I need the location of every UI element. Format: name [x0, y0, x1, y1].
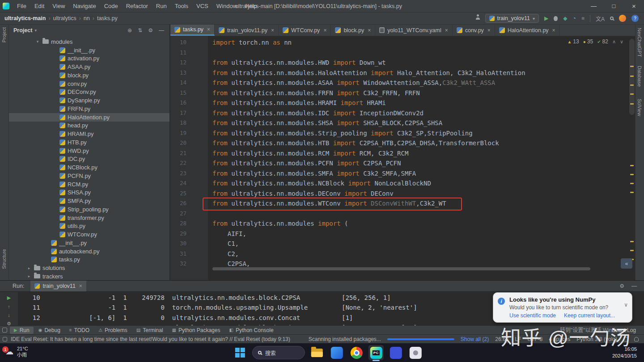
use-scientific-mode-link[interactable]: Use scientific mode — [509, 312, 556, 319]
tree-item-activation-py[interactable]: activation.py — [9, 55, 169, 63]
tree-item-pcfn-py[interactable]: PCFN.py — [9, 172, 169, 180]
menu-item-file[interactable]: File — [13, 0, 30, 13]
close-icon[interactable]: × — [79, 283, 82, 289]
toolwindow-button-debug[interactable]: ◉Debug — [34, 327, 64, 334]
settings-icon[interactable]: ⚙ — [7, 321, 11, 325]
gear-icon[interactable]: ⚙ — [148, 27, 153, 34]
stripe-button-structure[interactable]: Structure — [1, 249, 7, 269]
debug-button[interactable] — [554, 16, 558, 21]
tree-item-haloattention-py[interactable]: HaloAttention.py — [9, 113, 169, 122]
editor-tab-wtconv-py[interactable]: WTConv.py× — [279, 25, 331, 36]
gear-icon[interactable]: ⚙ — [619, 283, 624, 289]
tree-item-solutions[interactable]: ▸solutions — [9, 264, 169, 272]
prev-issue-icon[interactable]: ∧ — [612, 39, 616, 45]
toolwindow-button-python-packages[interactable]: ▦Python Packages — [168, 327, 225, 334]
toolwindow-button-problems[interactable]: ⚠Problems — [94, 327, 131, 334]
toolwindow-button-todo[interactable]: ≡TODO — [65, 327, 93, 334]
tree-item-__init__-py[interactable]: __init__.py — [9, 239, 169, 247]
tree-item-ncblock-py[interactable]: NCBlock.py — [9, 163, 169, 172]
project-panel-title[interactable]: Project ▾ — [13, 27, 37, 34]
scroll-down-button[interactable]: ↓ — [8, 312, 10, 318]
tree-item-idc-py[interactable]: IDC.py — [9, 155, 169, 164]
code-lines[interactable]: 10import torch.nn as nn1112from ultralyt… — [170, 36, 629, 280]
breadcrumb-item[interactable]: ultralytics-main — [4, 15, 46, 21]
tree-item-rcm-py[interactable]: RCM.py — [9, 180, 169, 189]
run-tab[interactable]: train_yolov11 × — [30, 281, 86, 291]
tree-item-deconv-py[interactable]: DEConv.py — [9, 88, 169, 97]
menu-item-run[interactable]: Run — [152, 0, 171, 13]
gray-app-button[interactable] — [408, 345, 423, 360]
horizontal-scrollbar[interactable] — [212, 267, 590, 270]
tree-item-asaa-py[interactable]: ASAA.py — [9, 63, 169, 71]
menu-item-vcs[interactable]: VCS — [192, 0, 212, 13]
coverage-button[interactable]: ◆ — [563, 15, 567, 21]
inspections-widget[interactable]: ▲13 ●35 ✔82 ∧ ∨ — [567, 38, 623, 45]
vertical-scrollbar[interactable] — [629, 39, 635, 115]
breadcrumb-item[interactable]: tasks.py — [97, 15, 118, 21]
indigo-app-button[interactable] — [388, 345, 403, 360]
menu-item-navigate[interactable]: Navigate — [69, 0, 100, 13]
toolwindow-button-run[interactable]: ▶Run — [10, 327, 34, 334]
scroll-up-button[interactable]: ↑ — [8, 304, 10, 309]
grid-icon[interactable] — [3, 337, 7, 341]
locate-file-icon[interactable]: ⊕ — [127, 27, 132, 34]
tree-item-smfa-py[interactable]: SMFA.py — [9, 197, 169, 205]
stripe-button-nexchatgpt[interactable]: NexChatGPT — [637, 28, 642, 57]
tree-item-hwd-py[interactable]: HWD.py — [9, 147, 169, 155]
pycharm-button[interactable]: PC — [369, 345, 384, 360]
run-config-selector[interactable]: train_yolov11 ▾ — [485, 14, 539, 23]
menu-item-tools[interactable]: Tools — [171, 0, 192, 13]
tab-close-icon[interactable]: × — [368, 27, 371, 34]
status-message[interactable]: IDE Eval Reset: It has been a long time … — [11, 336, 290, 342]
tab-close-icon[interactable]: × — [271, 27, 274, 34]
collaborate-icon[interactable] — [476, 17, 480, 20]
menu-item-refactor[interactable]: Refactor — [122, 0, 152, 13]
tree-item-strip_pooling-py[interactable]: Strip_pooling.py — [9, 205, 169, 214]
editor-tab-block-py[interactable]: block.py× — [331, 25, 375, 36]
tree-item-__init__-py[interactable]: __init__.py — [9, 46, 169, 55]
bell-icon[interactable] — [634, 337, 639, 341]
file-explorer-button[interactable] — [309, 345, 325, 360]
tree-item-utils-py[interactable]: utils.py — [9, 222, 169, 231]
tree-item-htb-py[interactable]: HTB.py — [9, 138, 169, 147]
warnings-count[interactable]: ▲13 — [567, 38, 579, 45]
tree-item-conv-py[interactable]: conv.py — [9, 80, 169, 88]
weak-warnings-count[interactable]: ●35 — [583, 38, 593, 45]
tab-close-icon[interactable]: × — [487, 27, 491, 34]
tab-close-icon[interactable]: × — [552, 27, 555, 34]
restore-toolwindow-button[interactable]: « — [621, 258, 632, 269]
run-button[interactable]: ▶ — [544, 15, 548, 21]
chrome-button[interactable] — [349, 345, 364, 360]
breadcrumb-item[interactable]: nn — [84, 15, 90, 21]
editor-tab-tasks-py[interactable]: tasks.py× — [170, 25, 215, 36]
blue-app-button[interactable] — [329, 345, 344, 360]
tree-item-tasks-py[interactable]: tasks.py — [9, 256, 169, 264]
profiler-button[interactable]: ◔ — [572, 15, 576, 21]
tree-item-trackers[interactable]: ▸trackers — [9, 272, 169, 280]
tree-item-autobackend-py[interactable]: autobackend.py — [9, 247, 169, 256]
toolwindow-switcher-icon[interactable] — [2, 328, 7, 333]
show-all-link[interactable]: Show all (2) — [461, 336, 489, 342]
toolwindow-button-python-console[interactable]: ◧Python Console — [225, 327, 277, 334]
menu-item-edit[interactable]: Edit — [30, 0, 48, 13]
hide-panel-icon[interactable]: — — [631, 283, 637, 289]
maximize-button[interactable]: □ — [604, 0, 624, 13]
taskbar-search[interactable]: 搜索 — [252, 346, 305, 359]
toolwindow-button-terminal[interactable]: ▤Terminal — [132, 327, 167, 334]
editor-tab-train_yolov11-py[interactable]: train_yolov11.py× — [215, 25, 279, 36]
stripe-button-database[interactable]: Database — [637, 66, 642, 87]
rerun-button[interactable]: ▶ — [7, 295, 11, 301]
menu-item-view[interactable]: View — [48, 0, 69, 13]
hide-panel-icon[interactable]: — — [159, 27, 164, 34]
tab-close-icon[interactable]: × — [207, 26, 210, 33]
next-issue-icon[interactable]: ∨ — [620, 39, 623, 45]
search-everywhere-button[interactable] — [610, 17, 614, 20]
menu-item-code[interactable]: Code — [100, 0, 122, 13]
close-button[interactable]: × — [624, 0, 644, 13]
tree-item-hrami-py[interactable]: HRAMI.py — [9, 130, 169, 138]
breadcrumb-item[interactable]: ultralytics — [53, 15, 76, 21]
tab-close-icon[interactable]: × — [323, 27, 326, 34]
user-avatar[interactable] — [619, 15, 626, 22]
stop-button[interactable]: ■ — [581, 15, 585, 21]
passed-count[interactable]: ✔82 — [597, 38, 608, 45]
